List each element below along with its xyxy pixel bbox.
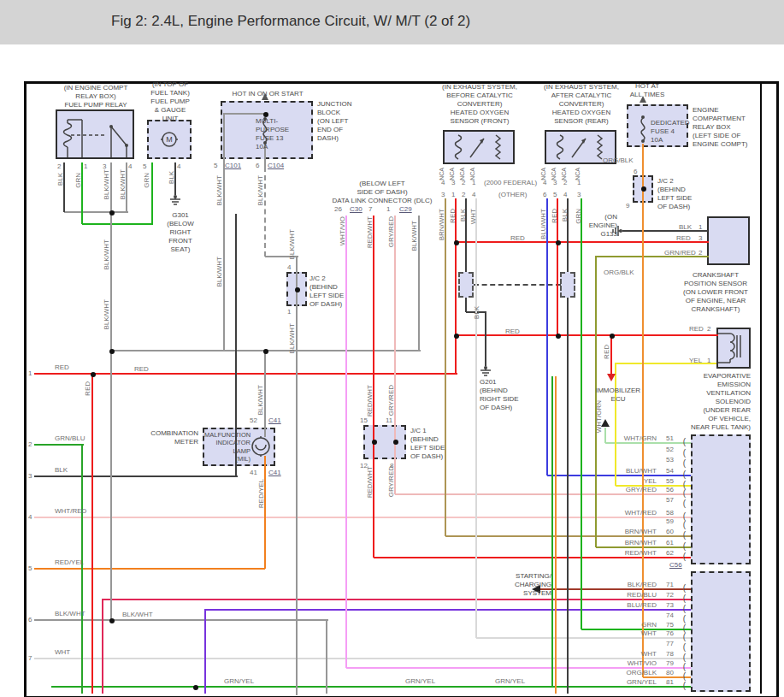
pin-number: 79 [666, 659, 674, 667]
wire-label: RED [449, 209, 457, 223]
evap-solenoid-caption: EVAPORATIVE EMISSION VENTILATION SOLENOI… [655, 372, 751, 432]
junction-dot [610, 334, 615, 339]
pin-wire-label: WHT/GRN [624, 434, 657, 442]
hot-at-all-times-label: HOT AT ALL TIMES [621, 82, 674, 99]
wire-label: 4 [287, 263, 291, 271]
left-wire-label: BLK/WHT [55, 610, 85, 617]
g201-caption: G201 (BEHIND RIGHT SIDE OF DASH) [480, 378, 533, 412]
junction-block-caption: JUNCTION BLOCK (ON LEFT END OF DASH) [317, 100, 370, 143]
pin-number: 56 [666, 486, 674, 493]
wire-label: BRN/WHT [438, 209, 445, 240]
pin-number: 81 [666, 678, 674, 686]
wire-segment [395, 493, 691, 495]
wire-label: 41 [250, 469, 257, 476]
combination-meter-caption: COMBINATION METER [144, 429, 198, 446]
wire-label: BLK/WHT [103, 169, 110, 200]
wire-label: 3 [451, 179, 455, 186]
diagram-inner-border [760, 81, 762, 694]
wire-label: 4 [472, 191, 475, 198]
g301-caption: G301 (BELOW RIGHT FRONT SEAT) [154, 211, 207, 254]
pin-wire-label: BLU/WHT [626, 467, 657, 475]
wire-label: 1 [577, 179, 581, 186]
wire-label: GRY/RED [387, 216, 395, 247]
starting-system-caption: STARTING/ CHARGING SYSTEM [485, 572, 551, 598]
pin-wire-label: ORG/BLK [626, 669, 657, 676]
pin-number: 51 [666, 434, 674, 442]
wire-segment [81, 444, 83, 694]
left-pin-number: 3 [28, 472, 32, 480]
pin-number: 73 [666, 601, 674, 609]
pin-connector-arc: ( [683, 604, 686, 613]
pin-number: 57 [666, 496, 674, 504]
wire-label: 7 [368, 205, 372, 213]
left-pin-number: 6 [28, 616, 32, 623]
wire-segment [91, 373, 93, 694]
wire-segment [485, 311, 486, 366]
wire-label: GRN [575, 209, 582, 224]
title-bar: Fig 2: 2.4L, Engine Performance Circuit,… [0, 0, 784, 44]
wire-label: C30 [350, 205, 363, 213]
o2-rear-caption: (IN EXHAUST SYSTEM, AFTER CATALYTIC CONV… [534, 83, 628, 126]
wire-segment [547, 475, 691, 476]
wire-label: GRN/RED [664, 249, 696, 257]
wire-label: 5 [553, 191, 557, 198]
wire-label: C101 [225, 162, 241, 169]
wire-segment [63, 162, 65, 212]
wire-label: 5 [214, 162, 217, 169]
pin-number: 55 [666, 477, 674, 485]
wire-label: 6 [256, 162, 259, 169]
pin-number: 71 [666, 581, 674, 588]
pin-connector-arc: ( [683, 671, 686, 681]
pin-connector-arc: ( [683, 530, 686, 540]
pin-connector-arc: ( [683, 681, 686, 690]
wire-label: 4 [177, 162, 180, 170]
wire-label: GRN [74, 173, 82, 188]
pin-wire-label: RED/BLU [627, 591, 657, 599]
pin-number: 54 [666, 467, 674, 475]
wire-label: 4 [543, 179, 546, 186]
wire-label: RED [510, 234, 525, 242]
left-wire-label: BLK [55, 466, 68, 474]
junction-dot [454, 240, 459, 245]
pin-connector-arc: ( [683, 520, 686, 529]
junction-dot [263, 349, 268, 354]
left-wire-label: WHT/RED [55, 507, 86, 515]
pin-connector-arc: ( [683, 653, 686, 662]
wire-label: BLK/WHT [215, 257, 223, 287]
crankshaft-sensor-box [707, 216, 750, 265]
wire-label: 26 [334, 205, 342, 213]
left-pin-number: 5 [28, 564, 32, 572]
jc2-mid-caption: J/C 2 (BEHIND LEFT SIDE OF DASH) [309, 275, 361, 309]
wire-label: 4 [563, 191, 567, 198]
wire-segment [264, 167, 266, 257]
wire-segment [610, 334, 612, 374]
wire-segment [418, 216, 420, 351]
wire-segment [465, 298, 467, 312]
solenoid-coil-icon [718, 330, 749, 368]
wire-segment [34, 475, 238, 477]
left-pin-number: 1 [28, 369, 32, 377]
left-wire-label: GRN/BLU [55, 434, 85, 442]
pin-connector-arc: ( [683, 594, 686, 603]
pin-connector-arc: ( [683, 642, 686, 652]
wire-label: BLK/WHT [410, 221, 418, 251]
jc2-top-caption: J/C 2 (BEHIND LEFT SIDE OF DASH) [657, 177, 709, 211]
left-pin-number: 4 [28, 513, 32, 521]
wire-segment [82, 223, 153, 225]
pin-wire-label: WHT [641, 629, 657, 637]
wire-label: BLK/WHT [288, 229, 296, 260]
wire-segment [540, 588, 691, 590]
wire-label: ORG/BLK [604, 269, 634, 276]
wire-label: RED/WHT [366, 216, 374, 248]
wire-label: BLK/WHT [103, 239, 110, 270]
wire-label: BLK [459, 209, 467, 222]
pin-wire-label: YEL [644, 477, 657, 485]
wire-label: 1 [386, 205, 390, 213]
left-wire-label: RED/YEL [55, 558, 84, 566]
svg-text:M: M [166, 135, 173, 144]
wire-segment [445, 198, 446, 536]
pin-number: 62 [666, 549, 674, 557]
wire-label: RED [84, 381, 91, 396]
pin-connector-arc: ( [683, 437, 686, 446]
wire-segment [34, 517, 691, 518]
